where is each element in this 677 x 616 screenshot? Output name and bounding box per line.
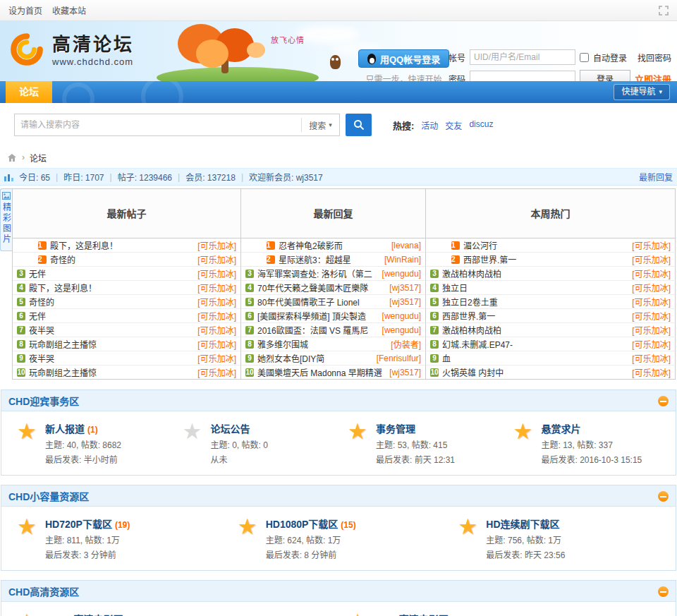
forum-link[interactable]: 论坛公告 bbox=[211, 423, 250, 435]
forum-item[interactable]: ★新人报道(1)主题: 40, 帖数: 8682最后发表: 半小时前 bbox=[13, 419, 173, 465]
post-author-link[interactable]: [wengudu] bbox=[382, 311, 421, 321]
post-author-link[interactable]: [可乐加冰] bbox=[632, 282, 671, 294]
ranking-post[interactable]: 10玩命剧组之主播惊[可乐加冰] bbox=[13, 366, 241, 380]
post-author-link[interactable]: [可乐加冰] bbox=[197, 338, 236, 350]
post-author-link[interactable]: [伪装者] bbox=[391, 338, 421, 350]
post-title-link[interactable]: 无伴 bbox=[29, 267, 195, 279]
post-author-link[interactable]: [wj3517] bbox=[389, 283, 421, 293]
side-tab-pictures[interactable]: 精彩图片 bbox=[0, 188, 12, 251]
search-input[interactable] bbox=[15, 115, 301, 135]
post-title-link[interactable]: 2016歐國盃：法國 VS 羅馬尼 bbox=[257, 324, 379, 336]
tab-forum[interactable]: 论坛 bbox=[6, 81, 52, 103]
post-title-link[interactable]: 西部世界.第一 bbox=[463, 253, 629, 265]
breadcrumb-forum[interactable]: 论坛 bbox=[30, 152, 47, 164]
post-author-link[interactable]: [可乐加冰] bbox=[197, 239, 236, 251]
post-title-link[interactable]: 殿下，这是利息！ bbox=[50, 239, 195, 251]
ranking-post[interactable]: 6无伴[可乐加冰] bbox=[13, 309, 241, 323]
post-title-link[interactable]: 殿下，这是利息！ bbox=[29, 282, 195, 294]
forum-item[interactable]: ★720P高清电影区主题: 4417, 帖数: 22万 bbox=[343, 610, 669, 616]
forum-item[interactable]: ★HD1080P下载区(15)主题: 624, 帖数: 1万最后发表: 8 分钟… bbox=[233, 514, 449, 560]
ranking-post[interactable]: 9夜半哭[可乐加冰] bbox=[13, 351, 241, 366]
search-button[interactable] bbox=[346, 114, 372, 136]
post-title-link[interactable]: 独立日 bbox=[442, 282, 629, 294]
login-button[interactable]: 登录 bbox=[580, 70, 630, 81]
post-title-link[interactable]: 玩命剧组之主播惊 bbox=[29, 338, 195, 350]
latest-reply-link[interactable]: 最新回复 bbox=[639, 171, 673, 183]
ranking-post[interactable]: 8雅多维尔围城[伪装者] bbox=[241, 337, 426, 351]
fullscreen-icon[interactable] bbox=[659, 6, 669, 16]
post-author-link[interactable]: [可乐加冰] bbox=[197, 324, 236, 336]
register-link[interactable]: 立即注册 bbox=[635, 72, 671, 82]
ranking-post[interactable]: 9她烈女本色[DIY简[Fenrisulfur] bbox=[241, 351, 426, 366]
post-title-link[interactable]: 无伴 bbox=[29, 310, 195, 322]
hot-search-link[interactable]: 交友 bbox=[445, 119, 462, 131]
forum-link[interactable]: 新人报道 bbox=[45, 423, 85, 435]
collapse-button[interactable] bbox=[658, 396, 669, 406]
post-author-link[interactable]: [可乐加冰] bbox=[632, 296, 671, 308]
post-title-link[interactable]: 70年代天籁之聲美國木匠樂隊 bbox=[257, 282, 386, 294]
forum-item[interactable]: ★事务管理主题: 53, 帖数: 415最后发表: 前天 12:31 bbox=[343, 419, 504, 465]
post-author-link[interactable]: [wengudu] bbox=[382, 325, 421, 335]
ranking-post[interactable]: 10美國樂壇天后 Madonna 早期精選[wj3517] bbox=[241, 366, 426, 380]
ranking-post[interactable]: 5独立日2卷土重[可乐加冰] bbox=[426, 295, 676, 309]
post-title-link[interactable]: 奇怪的 bbox=[50, 253, 195, 265]
quick-nav-button[interactable]: 快捷导航 ▾ bbox=[614, 84, 670, 100]
post-author-link[interactable]: [可乐加冰] bbox=[632, 267, 671, 279]
post-title-link[interactable]: 火锅英雄 内封中 bbox=[442, 366, 629, 378]
bookmark-link[interactable]: 收藏本站 bbox=[52, 4, 86, 16]
forum-link[interactable]: HD720P下载区 bbox=[45, 519, 112, 530]
ranking-post[interactable]: 1湄公河行[可乐加冰] bbox=[426, 238, 676, 253]
forum-section-title[interactable]: CHD迎宾事务区 bbox=[8, 394, 79, 408]
forum-link[interactable]: 悬赏求片 bbox=[542, 423, 581, 435]
forum-section-title[interactable]: CHD小容量资源区 bbox=[8, 489, 89, 503]
post-author-link[interactable]: [可乐加冰] bbox=[632, 239, 671, 251]
forum-item[interactable]: ★论坛公告主题: 0, 帖数: 0从未 bbox=[178, 419, 338, 465]
ranking-post[interactable]: 470年代天籁之聲美國木匠樂隊[wj3517] bbox=[241, 281, 426, 295]
post-author-link[interactable]: [可乐加冰] bbox=[632, 366, 671, 378]
account-input[interactable] bbox=[470, 49, 575, 65]
collapse-button[interactable] bbox=[658, 491, 669, 502]
post-title-link[interactable]: [美國探索科學頻道] 頂尖製造 bbox=[257, 310, 379, 322]
ranking-post[interactable]: 1忍者神龟2破影而[levana] bbox=[241, 238, 426, 253]
post-author-link[interactable]: [可乐加冰] bbox=[197, 352, 236, 364]
post-author-link[interactable]: [可乐加冰] bbox=[632, 338, 671, 350]
post-author-link[interactable]: [levana] bbox=[391, 241, 421, 250]
set-home-link[interactable]: 设为首页 bbox=[8, 4, 42, 16]
password-input[interactable] bbox=[470, 71, 575, 81]
forum-section-title[interactable]: CHD高清资源区 bbox=[8, 584, 79, 598]
ranking-post[interactable]: 1殿下，这是利息！[可乐加冰] bbox=[13, 238, 241, 253]
post-title-link[interactable]: 血 bbox=[442, 352, 629, 364]
post-author-link[interactable]: [可乐加冰] bbox=[197, 253, 236, 265]
forum-item[interactable]: ★HD连续剧下载区主题: 756, 帖数: 1万最后发表: 昨天 23:56 bbox=[453, 514, 669, 560]
collapse-button[interactable] bbox=[658, 586, 669, 597]
post-title-link[interactable]: 湄公河行 bbox=[463, 239, 629, 251]
ranking-post[interactable]: 3激战柏林肉战柏[可乐加冰] bbox=[426, 267, 676, 281]
post-title-link[interactable]: 夜半哭 bbox=[29, 352, 195, 364]
post-title-link[interactable]: 她烈女本色[DIY简 bbox=[257, 352, 374, 364]
post-author-link[interactable]: [可乐加冰] bbox=[197, 282, 236, 294]
ranking-post[interactable]: 580年代美國情歌王子 Lionel[wj3517] bbox=[241, 295, 426, 309]
post-author-link[interactable]: [WinRain] bbox=[384, 255, 421, 265]
forum-link[interactable]: HD1080P下载区 bbox=[266, 519, 338, 530]
post-title-link[interactable]: 美國樂壇天后 Madonna 早期精選 bbox=[257, 366, 386, 378]
post-author-link[interactable]: [可乐加冰] bbox=[197, 267, 236, 279]
post-author-link[interactable]: [wj3517] bbox=[389, 297, 421, 307]
hot-search-link[interactable]: discuz bbox=[469, 119, 493, 131]
post-author-link[interactable]: [Fenrisulfur] bbox=[377, 354, 421, 363]
post-title-link[interactable]: 奇怪的 bbox=[29, 296, 195, 308]
forum-item[interactable]: ★悬赏求片主题: 13, 帖数: 337最后发表: 2016-10-3 15:1… bbox=[509, 419, 669, 465]
post-author-link[interactable]: [可乐加冰] bbox=[632, 310, 671, 322]
post-title-link[interactable]: 忍者神龟2破影而 bbox=[279, 239, 389, 251]
forum-item[interactable]: ★HD720P下载区(19)主题: 811, 帖数: 1万最后发表: 3 分钟前 bbox=[13, 514, 228, 560]
ranking-post[interactable]: 10火锅英雄 内封中[可乐加冰] bbox=[426, 366, 676, 380]
post-author-link[interactable]: [可乐加冰] bbox=[632, 352, 671, 364]
ranking-post[interactable]: 7夜半哭[可乐加冰] bbox=[13, 323, 241, 337]
forum-link[interactable]: 事务管理 bbox=[376, 423, 415, 435]
post-title-link[interactable]: 幻城.未删减.EP47- bbox=[442, 338, 629, 350]
post-title-link[interactable]: 80年代美國情歌王子 Lionel bbox=[257, 296, 386, 308]
post-title-link[interactable]: 夜半哭 bbox=[29, 324, 195, 336]
hot-search-link[interactable]: 活动 bbox=[421, 119, 438, 131]
post-author-link[interactable]: [可乐加冰] bbox=[632, 253, 671, 265]
post-author-link[interactable]: [可乐加冰] bbox=[632, 324, 671, 336]
ranking-post[interactable]: 8幻城.未删减.EP47-[可乐加冰] bbox=[426, 337, 676, 351]
